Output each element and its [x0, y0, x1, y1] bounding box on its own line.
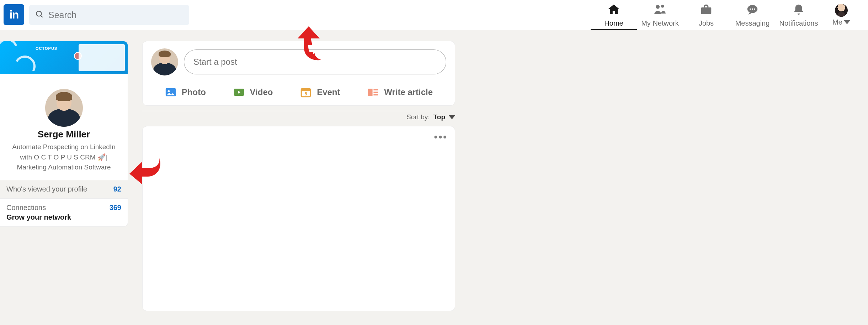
people-icon: [653, 3, 667, 18]
svg-point-3: [661, 5, 664, 7]
svg-rect-15: [368, 89, 373, 96]
stat-label: Who's viewed your profile: [6, 185, 87, 193]
annotation-arrow-viewed: [127, 157, 163, 187]
who-viewed-row[interactable]: Who's viewed your profile 92: [0, 180, 128, 198]
svg-text:5: 5: [305, 91, 307, 96]
nav-notifications[interactable]: Notifications: [776, 0, 822, 30]
video-icon: [233, 86, 245, 98]
svg-line-1: [41, 16, 43, 17]
feed-column: Start a post Photo Video: [142, 41, 455, 311]
feed-post-card: •••: [142, 126, 455, 311]
nav-label: Messaging: [735, 19, 770, 27]
profile-headline: Automate Prospecting on LinkedIn with O …: [0, 140, 128, 173]
avatar-icon[interactable]: [151, 48, 178, 75]
briefcase-icon: [699, 3, 713, 18]
sort-row[interactable]: Sort by: Top: [142, 111, 455, 121]
svg-rect-4: [701, 7, 712, 14]
action-label: Write article: [384, 87, 433, 97]
linkedin-logo[interactable]: in: [4, 4, 24, 25]
svg-point-6: [750, 8, 751, 10]
cover-brand: OCTOPUS: [36, 46, 57, 51]
nav-me[interactable]: Me: [822, 0, 861, 30]
nav-label: Home: [604, 19, 623, 27]
avatar-icon: [835, 4, 848, 17]
nav-label: Me: [832, 18, 842, 26]
message-icon: [745, 3, 760, 18]
profile-avatar[interactable]: [44, 88, 84, 128]
svg-point-7: [752, 8, 753, 10]
post-article-button[interactable]: Write article: [363, 83, 436, 101]
svg-rect-17: [374, 92, 378, 93]
nav-jobs[interactable]: Jobs: [683, 0, 729, 30]
post-video-button[interactable]: Video: [229, 83, 277, 101]
profile-sidebar: OCTOPUS Serge Miller Automate Prospectin…: [0, 41, 128, 227]
sort-value: Top: [433, 113, 445, 121]
article-icon: [367, 86, 379, 98]
bell-icon: [792, 3, 806, 18]
svg-point-0: [36, 11, 41, 16]
action-label: Event: [317, 87, 340, 97]
primary-nav: Home My Network Jobs Messaging Notificat…: [591, 0, 861, 30]
svg-rect-18: [374, 94, 378, 96]
chevron-down-icon: [449, 115, 455, 119]
nav-label: My Network: [641, 19, 679, 27]
profile-cover: OCTOPUS: [0, 41, 128, 74]
svg-rect-16: [374, 89, 378, 91]
nav-label: Jobs: [699, 19, 714, 27]
svg-point-2: [656, 5, 660, 9]
annotation-arrow-home: [293, 26, 325, 65]
start-post-placeholder: Start a post: [193, 57, 237, 67]
right-rail: [469, 41, 868, 311]
post-photo-button[interactable]: Photo: [161, 83, 209, 101]
calendar-icon: 5: [300, 86, 312, 98]
nav-messaging[interactable]: Messaging: [729, 0, 776, 30]
post-menu-button[interactable]: •••: [150, 131, 448, 143]
connections-row[interactable]: Connections Grow your network 369: [0, 198, 128, 226]
search-input[interactable]: [48, 10, 183, 20]
grow-network-label: Grow your network: [6, 213, 71, 221]
action-label: Video: [250, 87, 273, 97]
home-icon: [607, 3, 621, 18]
search-box[interactable]: [29, 5, 189, 25]
sort-prefix: Sort by:: [406, 113, 430, 121]
chevron-down-icon: [844, 20, 850, 24]
photo-icon: [165, 86, 177, 98]
nav-label: Notifications: [779, 19, 818, 27]
action-label: Photo: [182, 87, 206, 97]
stat-value: 369: [110, 204, 121, 221]
nav-home[interactable]: Home: [591, 0, 637, 30]
stat-value: 92: [113, 185, 121, 193]
svg-point-8: [754, 8, 755, 10]
stat-label: Connections: [6, 204, 46, 211]
global-header: in Home My Network Jobs: [0, 0, 868, 30]
search-icon: [35, 10, 44, 20]
nav-my-network[interactable]: My Network: [637, 0, 683, 30]
svg-point-10: [167, 90, 170, 92]
profile-name[interactable]: Serge Miller: [0, 129, 128, 140]
post-event-button[interactable]: 5 Event: [296, 83, 344, 101]
